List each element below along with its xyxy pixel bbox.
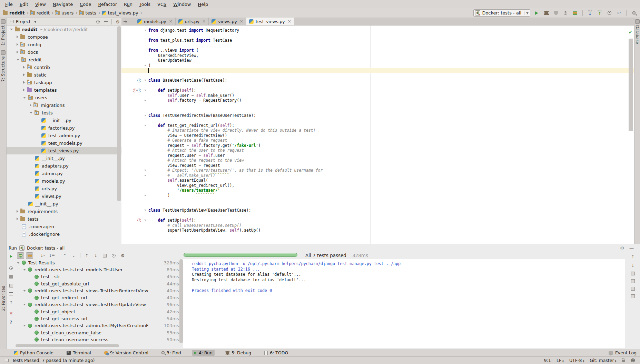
code-line-18[interactable]: class TestUserRedirectView(BaseUserTestC… [121,113,634,118]
code-line-39[interactable]: ↑ def setUp(self): [121,218,634,223]
test-console[interactable]: reddit_pycha:python -u /opt/.pycharm_hel… [183,259,625,348]
test-row-test_get_success_url[interactable]: test_get_success_url54ms [16,315,180,322]
menu-vcs[interactable]: VCS [154,1,169,8]
code-line-20[interactable]: def test_get_redirect_url(self): [121,123,634,128]
fold-column[interactable] [143,175,148,176]
code-line-4[interactable] [121,43,634,48]
code-line-27[interactable]: # Attach the request to the view [121,158,634,163]
tree-caret[interactable] [23,97,26,99]
tree-item-reddit[interactable]: reddit~/cookiecutter/reddit [7,26,121,33]
tree-item-test_models.py[interactable]: test_models.py [7,139,121,147]
fold-column[interactable] [143,90,148,91]
code-line-2[interactable] [121,33,634,38]
tree-caret[interactable] [17,59,19,61]
local-history-button[interactable] [606,10,613,17]
encoding-select[interactable]: UTF-8▲▼ [569,358,584,363]
chevron-down-icon[interactable]: ▼ [34,20,37,23]
code-line-16[interactable] [121,103,634,108]
editor-tab-urls.py[interactable]: urls.py× [176,18,209,25]
gutter-override-down-icon[interactable]: ↓ [137,79,141,82]
test-row-test_clean_username_false[interactable]: test_clean_username_false53ms [16,329,180,336]
tool-tab-favorites[interactable]: 2: Favorites [1,286,6,311]
toolwindow-3-find[interactable]: 3: Find [159,350,183,356]
restore-layout-button[interactable] [8,283,14,288]
sort-alphabetically-button[interactable]: ↓a [39,252,46,259]
code-line-11[interactable]: ↓class BaseUserTestCase(TestCase): [121,78,634,83]
code-line-17[interactable] [121,108,634,113]
breadcrumb-reddit[interactable]: reddit [30,10,50,16]
tree-caret[interactable] [23,325,26,326]
tree-caret[interactable] [17,218,18,220]
gutter-override-up-icon[interactable]: ↑ [137,219,141,222]
tree-caret[interactable] [17,43,18,46]
tree-item-contrib[interactable]: contrib [7,63,121,71]
database-tool-icon[interactable] [635,19,640,24]
test-row-test_get_object[interactable]: test_get_object42ms [16,308,180,315]
scroll-down-icon[interactable]: ↓ [631,263,634,268]
tree-item-.dockerignore[interactable]: .dockerignore [7,230,121,238]
run-panel-settings-icon[interactable]: ⚙ [620,245,624,251]
tree-item-adapters.py[interactable]: adapters.py [7,162,121,170]
code-line-15[interactable]: self.factory = RequestFactory() [121,98,634,103]
tree-item-models.py[interactable]: models.py [7,177,121,185]
code-line-30[interactable]: # self.make_user() [121,173,634,178]
readonly-lock-icon[interactable] [622,360,625,362]
tree-item-docs[interactable]: docs [7,48,121,56]
code-line-41[interactable]: super(TestUserUpdateView, self).setUp() [121,228,634,233]
inspection-status-icon[interactable]: ✔ [628,30,633,36]
menu-run[interactable]: Run [121,1,136,8]
run-configuration-select[interactable]: dj Docker: tests - all ▼ [473,9,530,17]
test-tree-vscrollbar[interactable] [179,259,183,343]
test-row-test_get_redirect_url[interactable]: test_get_redirect_url40ms [16,294,180,301]
tree-caret[interactable] [10,29,13,30]
test-row-test_clean_username_success[interactable]: test_clean_username_success50ms [16,336,180,343]
tree-item-tests[interactable]: tests [7,109,121,117]
test-row-test_get_absolute_url[interactable]: test_get_absolute_url44ms [16,280,180,287]
tree-item-__init__.py[interactable]: __init__.py [7,117,121,124]
code-line-26[interactable]: request.user = self.user [121,153,634,158]
code-line-25[interactable]: # Attach the user to the request [121,148,634,153]
fold-column[interactable] [143,115,148,116]
scroll-to-top-button[interactable]: ↑ [8,300,14,305]
code-line-37[interactable]: class TestUserUpdateView(BaseUserTestCas… [121,208,634,213]
tree-item-views.py[interactable]: views.py [7,192,121,200]
tree-item-admin.py[interactable]: admin.py [7,170,121,177]
print-icon[interactable] [631,287,635,291]
status-message[interactable]: Tests Passed: 7 passed (a minute ago) [12,358,95,363]
scroll-to-end-icon[interactable] [631,279,635,283]
test-settings-button[interactable]: ⚙ [119,252,126,259]
breadcrumb-test_views.py[interactable]: test_views.py [102,10,138,16]
profiler-button[interactable] [562,10,569,17]
run-button[interactable] [533,10,540,17]
test-row-reddit.users.tests.test_views.TestUserRedirectView[interactable]: reddit.users.tests.test_views.TestUserRe… [16,287,180,294]
code-line-34[interactable]: ) [121,193,634,198]
fold-column[interactable] [143,170,148,171]
menu-tools[interactable]: Tools [136,1,154,8]
editor-tab-views.py[interactable]: views.py× [209,18,246,25]
tree-item-config[interactable]: config [7,41,121,48]
expand-all-button[interactable]: ⌃ [61,252,68,259]
tree-caret[interactable] [23,89,25,91]
breadcrumb-tests[interactable]: tests [79,10,97,16]
previous-failed-button[interactable]: ↑ [83,252,90,259]
editor-tab-test_views.py[interactable]: test_views.py× [246,18,294,25]
tree-caret[interactable] [23,290,26,292]
run-with-coverage-button[interactable] [572,10,579,17]
debug-button[interactable] [543,10,550,17]
code-line-33[interactable]: '/users/testuser/' [121,188,634,193]
editor-scrollbar[interactable] [629,39,633,131]
tree-item-factories.py[interactable]: factories.py [7,124,121,132]
toolwindow-terminal[interactable]: Terminal [65,350,93,356]
tree-item-users[interactable]: users [7,94,121,101]
fold-column[interactable] [143,80,148,81]
show-passed-toggle[interactable]: OK [17,252,24,259]
test-row-reddit.users.tests.test_admin.TestMyUserCreationF[interactable]: reddit.users.tests.test_admin.TestMyUser… [16,322,180,329]
code-line-9[interactable] [121,68,634,73]
collapse-all-button[interactable]: ⌄ [70,252,77,259]
tree-item-test_admin.py[interactable]: test_admin.py [7,132,121,139]
code-line-36[interactable] [121,203,634,208]
project-panel-title[interactable]: Project [16,19,31,24]
breadcrumb-users[interactable]: users [55,10,73,16]
code-line-6[interactable]: UserRedirectView, [121,53,634,58]
test-row-Test Results[interactable]: Test Results328ms [16,259,180,266]
